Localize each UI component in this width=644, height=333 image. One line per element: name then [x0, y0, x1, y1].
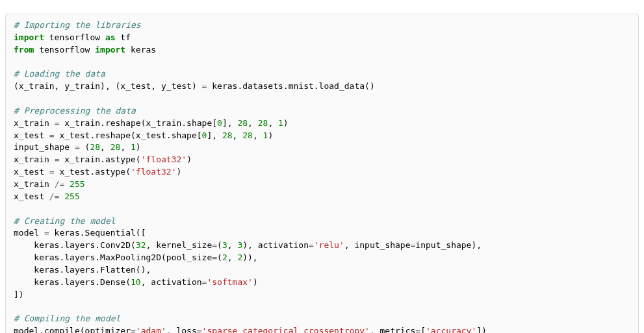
- text: (: [217, 240, 222, 250]
- code-line: # Creating the model: [14, 216, 630, 228]
- text: x_test.reshape(x_test.shape[: [55, 130, 202, 140]
- number: 28: [222, 130, 233, 140]
- text: )),: [242, 253, 257, 262]
- keyword: from: [14, 45, 34, 55]
- op: =: [49, 130, 55, 140]
- number: 2: [222, 253, 227, 262]
- number: 28: [258, 118, 268, 128]
- lhs: x_test: [14, 167, 49, 177]
- code-line: # Compiling the model: [14, 313, 630, 325]
- string: 'softmax': [207, 277, 252, 287]
- number: 28: [242, 130, 253, 140]
- op: =: [131, 326, 136, 333]
- lhs: x_train: [14, 118, 55, 128]
- text: , input_shape: [344, 240, 411, 250]
- text: model.compile(optimizer: [14, 326, 131, 333]
- text: ): [268, 130, 273, 140]
- text: keras.layers.Dense(: [14, 277, 131, 287]
- op: =: [415, 326, 420, 333]
- lhs: (x_train, y_train), (x_test, y_test): [14, 81, 202, 91]
- module: tensorflow: [44, 32, 105, 42]
- number: 1: [131, 142, 136, 152]
- number: 3: [222, 240, 227, 250]
- code-line: keras.layers.MaxPooling2D(pool_size=(2, …: [14, 252, 630, 264]
- lhs: input_shape: [14, 142, 75, 152]
- code-line: x_train = x_train.reshape(x_train.shape[…: [14, 117, 630, 130]
- code-line: model = keras.Sequential([: [14, 227, 630, 240]
- code-line: model.compile(optimizer='adam', loss='sp…: [14, 325, 630, 333]
- code-line: # Loading the data: [14, 68, 630, 80]
- string: 'relu': [314, 240, 344, 250]
- text: x_train.astype(: [59, 154, 140, 164]
- code-line: keras.layers.Flatten(),: [14, 264, 630, 277]
- code-line: [14, 93, 630, 105]
- text: ,: [268, 118, 278, 128]
- text: x_test.astype(: [55, 167, 131, 177]
- code-line: from tensorflow import keras: [14, 44, 630, 56]
- number: 28: [237, 118, 248, 128]
- string: 'float32': [141, 154, 187, 164]
- text: keras.layers.Conv2D(: [14, 240, 136, 250]
- text: keras.Sequential([: [49, 228, 146, 238]
- code-line: [14, 301, 630, 313]
- comment: # Importing the libraries: [14, 20, 141, 30]
- op: =: [197, 326, 202, 333]
- code-line: x_train /= 255: [14, 179, 630, 191]
- number: 0: [217, 118, 222, 128]
- op: =: [309, 240, 314, 250]
- code-block: # Importing the librariesimport tensorfl…: [5, 14, 639, 333]
- code-line: keras.layers.Dense(10, activation='softm…: [14, 277, 630, 289]
- text: , kernel_size: [146, 240, 213, 250]
- number: 255: [64, 191, 79, 201]
- lhs: x_test: [14, 130, 49, 140]
- text: , activation: [141, 277, 202, 287]
- number: 10: [131, 277, 141, 287]
- keyword: import: [14, 32, 44, 42]
- string: 'accuracy': [426, 326, 476, 333]
- text: ],: [222, 118, 237, 128]
- keyword: as: [105, 32, 116, 42]
- text: ],: [207, 130, 222, 140]
- keyword: import: [95, 45, 125, 55]
- number: 28: [110, 142, 121, 152]
- text: ): [253, 277, 258, 287]
- text: (: [80, 142, 90, 152]
- code-line: keras.layers.Conv2D(32, kernel_size=(3, …: [14, 240, 630, 252]
- code-line: # Preprocessing the data: [14, 105, 630, 117]
- text: , metrics: [370, 326, 415, 333]
- text: ,: [100, 142, 110, 152]
- string: 'adam': [136, 326, 166, 333]
- text: ): [242, 240, 248, 250]
- code-line: ]): [14, 289, 630, 301]
- code-line: x_test = x_test.reshape(x_test.shape[0],…: [14, 130, 630, 142]
- text: (: [217, 253, 222, 262]
- string: 'sparse_categorical_crossentropy': [202, 326, 370, 333]
- comment: # Loading the data: [14, 69, 105, 79]
- lhs: x_train: [14, 154, 55, 164]
- text: , loss: [166, 326, 197, 333]
- code-line: x_test = x_test.astype('float32'): [14, 166, 630, 179]
- code-line: import tensorflow as tf: [14, 32, 630, 44]
- text: ,: [227, 240, 238, 250]
- lhs: x_test: [14, 191, 49, 201]
- text: ,: [227, 253, 238, 262]
- code-line: x_train = x_train.astype('float32'): [14, 154, 630, 166]
- string: 'float32': [131, 167, 176, 177]
- text: ): [187, 154, 192, 164]
- op: =: [44, 228, 49, 238]
- op: =: [212, 253, 217, 262]
- text: ]): [476, 326, 487, 333]
- number: 28: [90, 142, 100, 152]
- number: 1: [278, 118, 283, 128]
- text: [64, 179, 70, 189]
- text: ,: [248, 118, 258, 128]
- code-line: [14, 56, 630, 69]
- code-line: x_test /= 255: [14, 191, 630, 203]
- code-line: input_shape = (28, 28, 1): [14, 142, 630, 154]
- text: x_train.reshape(x_train.shape[: [59, 118, 217, 128]
- number: 255: [70, 179, 84, 189]
- comment: # Compiling the model: [14, 314, 120, 323]
- text: ,: [253, 130, 263, 140]
- text: , activation: [248, 240, 309, 250]
- number: 32: [136, 240, 146, 250]
